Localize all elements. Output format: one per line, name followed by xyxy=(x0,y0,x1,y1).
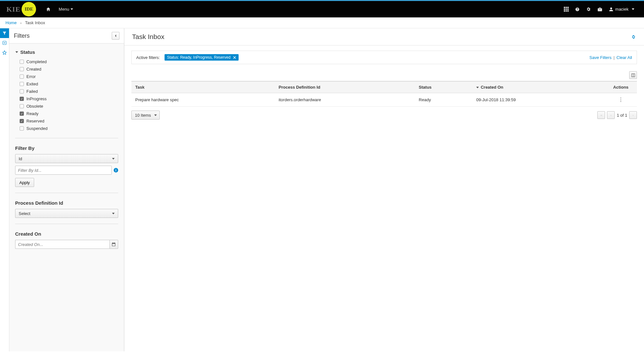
status-label: Exited xyxy=(26,82,38,86)
process-def-heading: Process Definition Id xyxy=(15,200,118,206)
status-checkbox-ready[interactable]: ✓Ready xyxy=(20,110,118,117)
status-label: Ready xyxy=(26,111,39,116)
date-picker-button[interactable] xyxy=(109,240,118,249)
refresh-icon xyxy=(631,34,636,40)
checkbox-icon xyxy=(20,126,24,131)
filter-by-selected: Id xyxy=(19,156,22,161)
col-task[interactable]: Task xyxy=(131,81,275,93)
columns-icon xyxy=(631,73,635,77)
breadcrumb-home-link[interactable]: Home xyxy=(5,20,17,25)
breadcrumb: Home » Task Inbox xyxy=(0,17,644,28)
status-label: Error xyxy=(26,74,36,79)
filter-by-input[interactable] xyxy=(15,166,112,175)
filters-panel: Filters Status CompletedCreatedErrorExit… xyxy=(9,28,124,351)
status-label: Created xyxy=(26,67,41,72)
breadcrumb-current: Task Inbox xyxy=(25,20,45,25)
created-on-heading: Created On xyxy=(15,231,118,237)
active-filters-label: Active filters: xyxy=(136,55,160,60)
table-row[interactable]: Prepare hardware specitorders.orderhardw… xyxy=(131,93,637,107)
home-button[interactable] xyxy=(42,1,55,17)
rail-tab-favorites[interactable] xyxy=(0,48,9,57)
content-area: Task Inbox Active filters: Status: Ready… xyxy=(124,28,644,351)
page-title: Task Inbox xyxy=(132,33,164,41)
apply-filter-button[interactable]: Apply xyxy=(15,178,34,187)
status-label: Reserved xyxy=(26,119,44,123)
checkbox-icon: ✓ xyxy=(20,97,24,101)
status-checkbox-suspended[interactable]: Suspended xyxy=(20,125,118,132)
cell-status: Ready xyxy=(415,93,472,107)
apps-grid-button[interactable] xyxy=(561,1,572,17)
question-icon xyxy=(575,7,580,12)
checkbox-icon xyxy=(20,89,24,93)
clear-all-link[interactable]: Clear All xyxy=(617,55,632,60)
page-first-button[interactable]: « xyxy=(597,111,605,119)
cell-actions: ⋮ xyxy=(605,93,637,107)
created-on-input[interactable] xyxy=(15,240,109,249)
divider: | xyxy=(613,55,614,60)
svg-rect-0 xyxy=(564,7,565,8)
svg-rect-7 xyxy=(565,10,567,12)
chevron-down-icon xyxy=(112,213,115,214)
page-size-label: 10 Items xyxy=(135,113,151,118)
chevron-down-icon xyxy=(154,114,157,116)
svg-rect-1 xyxy=(565,7,567,8)
chevron-down-icon xyxy=(15,51,18,54)
column-toggle-button[interactable] xyxy=(629,71,637,79)
cell-task: Prepare hardware spec xyxy=(131,93,275,107)
chevron-down-icon xyxy=(71,8,73,10)
page-next-button[interactable]: › xyxy=(629,111,637,119)
svg-rect-3 xyxy=(564,9,565,10)
col-status[interactable]: Status xyxy=(415,81,472,93)
status-checkbox-inprogress[interactable]: ✓InProgress xyxy=(20,95,118,103)
checkbox-icon xyxy=(20,74,24,79)
rail-tab-filter[interactable] xyxy=(0,28,9,38)
checkbox-icon xyxy=(20,67,24,71)
menu-dropdown[interactable]: Menu xyxy=(55,1,77,17)
chevron-left-icon xyxy=(114,34,117,37)
page-prev-button[interactable]: ‹ xyxy=(607,111,615,119)
rail-tab-add[interactable] xyxy=(0,38,9,48)
page-size-select[interactable]: 10 Items xyxy=(131,111,160,120)
user-icon xyxy=(609,7,613,12)
page-info: 1 of 1 xyxy=(617,113,627,118)
user-menu[interactable]: maciek xyxy=(606,7,638,12)
help-button[interactable] xyxy=(572,1,583,17)
save-filters-link[interactable]: Save Filters xyxy=(590,55,612,60)
status-checkbox-created[interactable]: Created xyxy=(20,65,118,73)
col-created-on[interactable]: Created On xyxy=(472,81,605,93)
settings-button[interactable] xyxy=(583,1,594,17)
logo-badge-ide: IDE xyxy=(22,2,36,16)
grid-icon xyxy=(564,7,569,12)
status-checkbox-obsolete[interactable]: Obsolete xyxy=(20,103,118,110)
calendar-icon xyxy=(111,242,116,247)
checkbox-icon: ✓ xyxy=(20,119,24,123)
status-heading: Status xyxy=(20,49,35,55)
active-filters-bar: Active filters: Status: Ready, InProgres… xyxy=(131,51,637,64)
status-checkbox-error[interactable]: Error xyxy=(20,73,118,80)
col-actions: Actions xyxy=(605,81,637,93)
status-checkbox-reserved[interactable]: ✓Reserved xyxy=(20,117,118,125)
col-process-def-id[interactable]: Process Definition Id xyxy=(275,81,415,93)
filter-by-heading: Filter By xyxy=(15,145,118,151)
status-checkbox-failed[interactable]: Failed xyxy=(20,88,118,95)
menu-label: Menu xyxy=(59,7,69,12)
refresh-button[interactable] xyxy=(631,34,636,40)
svg-rect-6 xyxy=(564,10,565,12)
sort-desc-icon xyxy=(476,87,479,88)
filter-by-select[interactable]: Id xyxy=(15,154,118,163)
remove-filter-button[interactable] xyxy=(233,56,236,59)
plus-square-icon xyxy=(2,41,7,45)
process-def-select[interactable]: Select xyxy=(15,209,118,218)
logo[interactable]: KIE IDE xyxy=(6,2,36,16)
filter-section-status-toggle[interactable]: Status xyxy=(15,49,118,55)
row-actions-button[interactable]: ⋮ xyxy=(618,97,623,103)
filter-chip-text: Status: Ready, InProgress, Reserved xyxy=(167,55,231,60)
info-icon[interactable]: i xyxy=(114,168,118,172)
cell-created_on: 09-Jul-2018 11:39:59 xyxy=(472,93,605,107)
status-label: Failed xyxy=(26,89,38,94)
collapse-panel-button[interactable] xyxy=(112,32,119,40)
status-checkbox-exited[interactable]: Exited xyxy=(20,80,118,88)
status-checkbox-completed[interactable]: Completed xyxy=(20,58,118,65)
briefcase-button[interactable] xyxy=(594,1,606,17)
filters-title: Filters xyxy=(14,33,30,39)
